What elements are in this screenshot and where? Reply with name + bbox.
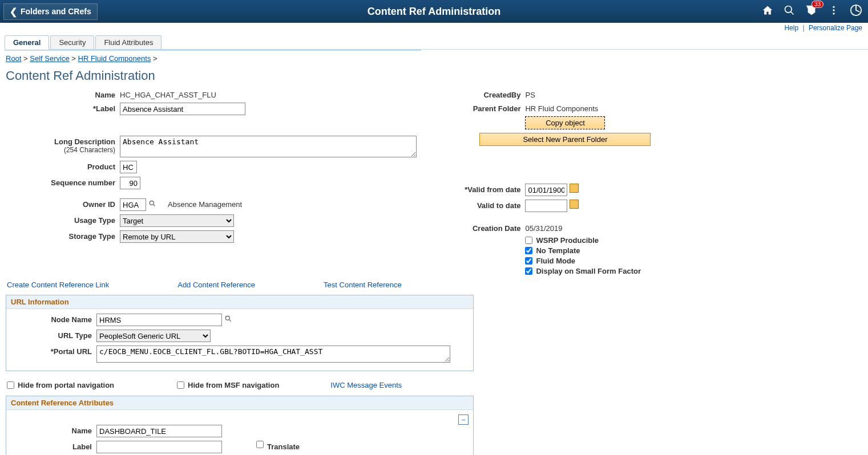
nav-hide-row: Hide from portal navigation Hide from MS…	[0, 377, 868, 393]
lbl-parent: Parent Folder	[434, 103, 525, 113]
notifications-icon[interactable]: 33	[805, 4, 818, 19]
link-add-ref[interactable]: Add Content Reference	[177, 281, 255, 289]
tab-fluid-attributes[interactable]: Fluid Attributes	[95, 35, 162, 49]
cb-notemplate[interactable]	[525, 247, 532, 254]
cb-hidenav[interactable]	[7, 381, 14, 389]
input-vto[interactable]	[525, 200, 567, 212]
lbl-portalurl: *Portal URL	[11, 346, 96, 356]
input-long-desc[interactable]: Absence Assistant	[120, 136, 417, 157]
chevron-left-icon: ❮	[10, 6, 17, 17]
lookup-node-icon[interactable]	[224, 314, 232, 323]
page-title: Content Ref Administration	[0, 66, 868, 89]
actions-menu-icon[interactable]	[828, 5, 839, 19]
help-link[interactable]: Help	[784, 24, 798, 32]
svg-point-2	[833, 6, 834, 7]
action-links-row: Create Content Reference Link Add Conten…	[0, 277, 868, 292]
lookup-owner-icon[interactable]	[148, 198, 156, 208]
lbl-vfrom: *Valid from date	[434, 184, 525, 194]
lbl-node: Node Name	[11, 314, 96, 324]
svg-line-9	[229, 319, 231, 322]
input-product[interactable]	[120, 161, 137, 173]
select-storage[interactable]: Remote by URL	[120, 230, 234, 243]
val-name: HC_HGA_CHAT_ASST_FLU	[120, 89, 216, 99]
input-vfrom[interactable]	[525, 184, 567, 196]
input-label[interactable]	[120, 103, 245, 115]
nav-icon[interactable]	[850, 4, 862, 19]
cb-wsrp[interactable]	[525, 237, 532, 244]
link-iwc[interactable]: IWC Message Events	[330, 381, 402, 389]
lbl-vto: Valid to date	[434, 200, 525, 210]
delete-attr-button[interactable]: −	[458, 415, 469, 425]
lbl-wsrp: WSRP Producible	[536, 236, 599, 245]
page-header-title: Content Ref Administration	[368, 6, 500, 18]
lbl-storage: Storage Type	[6, 230, 120, 241]
lbl-createdby: CreatedBy	[434, 89, 525, 99]
lbl-attr-label: Label	[11, 441, 96, 451]
svg-line-7	[153, 204, 155, 206]
lbl-chars: (254 Characters)	[6, 146, 120, 154]
input-portalurl[interactable]: c/EOCB_MENU.EOCB_CLIENT_FL.GBL?BOTID=HGA…	[96, 346, 450, 363]
val-owner-desc: Absence Management	[168, 198, 242, 209]
lbl-owner: Owner ID	[6, 198, 120, 209]
back-button[interactable]: ❮ Folders and CRefs	[3, 3, 98, 20]
calendar-icon-from[interactable]	[570, 184, 579, 193]
top-aux-links: Help | Personalize Page	[0, 23, 868, 33]
back-label: Folders and CRefs	[21, 7, 91, 16]
section-attrs: Content Reference Attributes − Name Labe…	[6, 396, 474, 455]
input-owner[interactable]	[120, 198, 146, 211]
lbl-seq: Sequence number	[6, 177, 120, 187]
notif-badge: 33	[812, 1, 823, 8]
val-parent: HR Fluid Components	[525, 103, 598, 113]
tab-general[interactable]: General	[5, 35, 49, 50]
section-title-attrs: Content Reference Attributes	[6, 396, 473, 410]
lbl-label: *Label	[6, 103, 120, 113]
lbl-usage: Usage Type	[6, 214, 120, 225]
svg-point-4	[833, 13, 834, 14]
copy-object-button[interactable]: Copy object	[525, 116, 605, 129]
input-seq[interactable]	[120, 177, 140, 189]
lbl-product: Product	[6, 161, 120, 171]
svg-point-3	[833, 9, 834, 11]
val-createdby: PS	[525, 89, 535, 99]
section-title-url: URL Information	[6, 295, 473, 309]
lbl-attr-name: Name	[11, 425, 96, 435]
personalize-link[interactable]: Personalize Page	[809, 24, 862, 32]
lbl-urltype: URL Type	[11, 330, 96, 340]
crumb-hr-fluid[interactable]: HR Fluid Components	[78, 54, 151, 63]
select-urltype[interactable]: PeopleSoft Generic URL	[96, 330, 211, 342]
lbl-small: Display on Small Form Factor	[536, 267, 641, 275]
app-header: ❮ Folders and CRefs Content Ref Administ…	[0, 0, 868, 23]
select-parent-button[interactable]: Select New Parent Folder	[479, 133, 651, 146]
cb-hidemsf[interactable]	[177, 381, 184, 389]
tab-strip: General Security Fluid Attributes	[5, 35, 868, 50]
lbl-translate: Translate	[264, 441, 304, 451]
lbl-notemplate: No Template	[536, 246, 580, 255]
crumb-root[interactable]: Root	[6, 54, 21, 63]
svg-line-1	[791, 11, 794, 14]
cb-small[interactable]	[525, 267, 532, 275]
search-icon[interactable]	[784, 5, 795, 19]
val-cdate: 05/31/2019	[525, 222, 562, 233]
link-create-ref[interactable]: Create Content Reference Link	[7, 281, 109, 289]
link-test-ref[interactable]: Test Content Reference	[324, 281, 402, 289]
lbl-hidenav: Hide from portal navigation	[18, 381, 114, 389]
input-node[interactable]	[96, 314, 222, 326]
home-icon[interactable]	[762, 5, 773, 19]
crumb-self-service[interactable]: Self Service	[30, 54, 69, 63]
header-action-icons: 33	[762, 4, 868, 19]
lbl-long-desc: Long Description	[6, 136, 120, 146]
section-url-info: URL Information Node Name URL Type Peopl…	[6, 295, 474, 371]
svg-point-0	[785, 6, 792, 13]
input-attr-name[interactable]	[96, 425, 222, 437]
calendar-icon-to[interactable]	[570, 200, 579, 209]
cb-fluid[interactable]	[525, 257, 532, 265]
select-usage[interactable]: Target	[120, 214, 234, 227]
lbl-hidemsf: Hide from MSF navigation	[188, 381, 279, 389]
tab-security[interactable]: Security	[50, 35, 94, 49]
lbl-fluid: Fluid Mode	[536, 257, 575, 265]
cb-translate[interactable]	[256, 441, 264, 448]
input-attr-label[interactable]	[96, 441, 222, 453]
breadcrumb: Root > Self Service > HR Fluid Component…	[0, 51, 868, 66]
lbl-name: Name	[6, 89, 120, 99]
lbl-cdate: Creation Date	[434, 222, 525, 233]
